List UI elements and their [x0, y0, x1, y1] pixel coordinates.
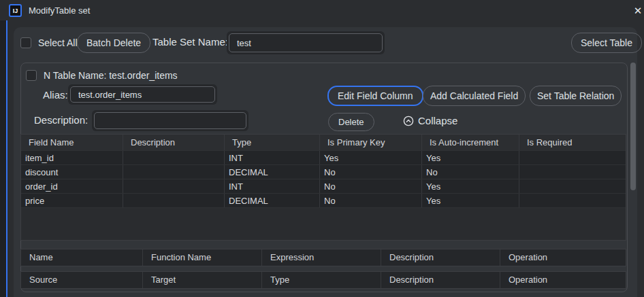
alias-label: Alias:: [43, 89, 68, 101]
intellij-app-icon: IJ: [9, 4, 22, 17]
header-cell[interactable]: Is Auto-increment: [422, 135, 519, 150]
table-relation-table: Source Target Type Description Operation: [20, 271, 626, 289]
collapse-circle-chevron-icon: [403, 116, 414, 126]
table-row[interactable]: item_id INT Yes Yes: [21, 150, 626, 164]
header-cell[interactable]: Is Primary Key: [320, 135, 422, 150]
table-cell: discount: [21, 165, 123, 179]
table-cell: [519, 194, 626, 207]
header-cell[interactable]: Type: [225, 135, 320, 150]
batch-delete-button[interactable]: Batch Delete: [77, 33, 150, 53]
table-cell: [519, 151, 626, 164]
table-name-title: N Table Name: test.order_items: [44, 70, 178, 81]
title-bar: IJ ModifyTable set ✕: [0, 0, 644, 20]
table-cell: [519, 179, 626, 193]
collapse-control[interactable]: Collapse: [403, 115, 457, 126]
header-cell[interactable]: Operation: [500, 272, 626, 288]
table-cell: No: [320, 165, 422, 179]
close-icon[interactable]: ✕: [628, 3, 644, 19]
header-cell[interactable]: Name: [21, 249, 143, 266]
header-cell[interactable]: Target: [143, 272, 262, 288]
table-cell: [123, 194, 225, 207]
header-cell[interactable]: Expression: [262, 249, 381, 266]
description-label: Description:: [34, 114, 88, 126]
table-set-name-label: Table Set Name:: [152, 36, 228, 48]
header-cell[interactable]: Source: [21, 272, 143, 288]
select-table-button[interactable]: Select Table: [571, 33, 642, 53]
modify-table-dialog: IJ ModifyTable set ✕ Select All Batch De…: [0, 0, 644, 297]
table-checkbox[interactable]: [26, 70, 37, 81]
description-field-wrap: [92, 110, 248, 131]
table-cell: No: [320, 179, 422, 193]
table-cell: Yes: [422, 151, 519, 164]
vertical-scrollbar-thumb[interactable]: [630, 63, 636, 190]
edit-field-column-button[interactable]: Edit Field Column: [327, 86, 423, 106]
collapse-label: Collapse: [418, 115, 457, 126]
table-cell: [123, 165, 225, 179]
table-set-name-input[interactable]: [229, 33, 383, 52]
header-cell[interactable]: Operation: [500, 249, 626, 266]
table-cell: INT: [225, 179, 320, 193]
table-row[interactable]: discount DECIMAL No No: [21, 164, 626, 179]
alias-input[interactable]: [70, 86, 215, 103]
table-row[interactable]: order_id INT No Yes: [21, 179, 626, 193]
window-title: ModifyTable set: [29, 5, 90, 16]
select-all-label: Select All: [38, 37, 78, 48]
table-cell: Yes: [422, 179, 519, 193]
description-input[interactable]: [94, 112, 246, 129]
table-cell: [123, 151, 225, 164]
header-cell[interactable]: Function Name: [143, 249, 262, 266]
header-cell[interactable]: Is Required: [519, 135, 626, 150]
table-cell: INT: [225, 151, 320, 164]
table-cell: price: [21, 194, 123, 207]
alias-field-wrap: [68, 84, 217, 105]
table-set-name-field-wrap: [227, 31, 385, 54]
table-cell: Yes: [422, 194, 519, 207]
delete-button[interactable]: Delete: [328, 113, 374, 131]
table-cell: [123, 179, 225, 193]
fields-table-empty-area: [21, 207, 626, 240]
fields-table-header-row: Field Name Description Type Is Primary K…: [21, 135, 626, 150]
table-cell: DECIMAL: [225, 194, 320, 207]
set-table-relation-button[interactable]: Set Table Relation: [530, 86, 622, 106]
window-left-edge: [0, 20, 6, 297]
table-cell: Yes: [320, 151, 422, 164]
table-cell: DECIMAL: [225, 165, 320, 179]
table-cell: order_id: [21, 179, 123, 193]
header-cell[interactable]: Type: [262, 272, 381, 288]
table-cell: No: [320, 194, 422, 207]
select-all-checkbox[interactable]: [20, 37, 31, 48]
table-cell: [519, 165, 626, 179]
table-cell: No: [422, 165, 519, 179]
header-cell[interactable]: Field Name: [21, 135, 123, 150]
header-cell[interactable]: Description: [381, 272, 500, 288]
calculated-fields-table: Name Function Name Expression Descriptio…: [20, 249, 626, 266]
add-calculated-field-button[interactable]: Add Calculated Field: [423, 86, 526, 106]
header-cell[interactable]: Description: [123, 135, 225, 150]
fields-table: Field Name Description Type Is Primary K…: [20, 134, 626, 241]
header-cell[interactable]: Description: [381, 249, 500, 266]
table-cell: item_id: [21, 151, 123, 164]
window-accent-border: [6, 20, 7, 297]
table-row[interactable]: price DECIMAL No Yes: [21, 193, 626, 207]
